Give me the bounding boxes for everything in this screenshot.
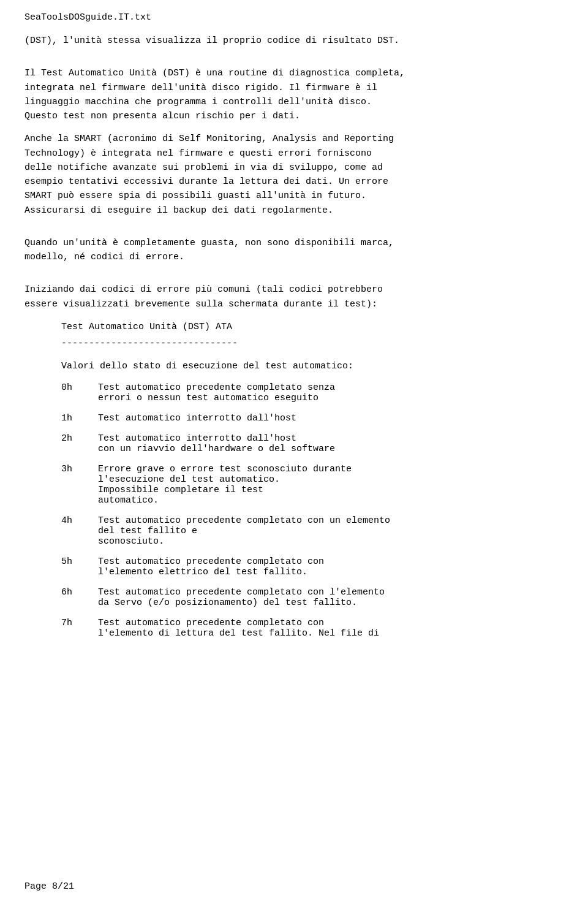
table-subtitle: Valori dello stato di esecuzione del tes… bbox=[61, 359, 564, 373]
desc-col: Errore grave o errore test sconosciuto d… bbox=[98, 464, 564, 506]
table-row: 6h Test automatico precedente completato… bbox=[61, 587, 564, 608]
desc-col: Test automatico precedente completato co… bbox=[98, 618, 564, 639]
paragraph-4: Quando un'unità è completamente guasta, … bbox=[24, 236, 564, 265]
paragraph-2: Il Test Automatico Unità (DST) è una rou… bbox=[24, 66, 564, 123]
code-col: 5h bbox=[61, 556, 98, 577]
code-col: 3h bbox=[61, 464, 98, 506]
code-col: 6h bbox=[61, 587, 98, 608]
desc-col: Test automatico interrotto dall'host bbox=[98, 413, 564, 424]
table-title: Test Automatico Unità (DST) ATA bbox=[61, 320, 564, 334]
paragraph-1: (DST), l'unità stessa visualizza il prop… bbox=[24, 34, 564, 48]
desc-col: Test automatico precedente completato co… bbox=[98, 515, 564, 547]
table-separator: -------------------------------- bbox=[61, 336, 564, 351]
desc-col: Test automatico precedente completato co… bbox=[98, 556, 564, 577]
page-title: SeaToolsDOSguide.IT.txt bbox=[24, 12, 564, 23]
paragraph-5: Iniziando dai codici di errore più comun… bbox=[24, 283, 564, 311]
table-row: 4h Test automatico precedente completato… bbox=[61, 515, 564, 547]
desc-col: Test automatico precedente completato co… bbox=[98, 587, 564, 608]
table-row: 0h Test automatico precedente completato… bbox=[61, 382, 564, 403]
code-col: 4h bbox=[61, 515, 98, 547]
code-col: 1h bbox=[61, 413, 98, 424]
table-row: 5h Test automatico precedente completato… bbox=[61, 556, 564, 577]
table-row: 7h Test automatico precedente completato… bbox=[61, 618, 564, 639]
desc-col: Test automatico interrotto dall'host con… bbox=[98, 433, 564, 454]
desc-col: Test automatico precedente completato se… bbox=[98, 382, 564, 403]
table-row: 2h Test automatico interrotto dall'host … bbox=[61, 433, 564, 454]
table-row: 1h Test automatico interrotto dall'host bbox=[61, 413, 564, 424]
code-col: 7h bbox=[61, 618, 98, 639]
table-row: 3h Errore grave o errore test sconosciut… bbox=[61, 464, 564, 506]
code-col: 2h bbox=[61, 433, 98, 454]
paragraph-3: Anche la SMART (acronimo di Self Monitor… bbox=[24, 132, 564, 218]
page-footer: Page 8/21 bbox=[24, 881, 74, 892]
code-col: 0h bbox=[61, 382, 98, 403]
